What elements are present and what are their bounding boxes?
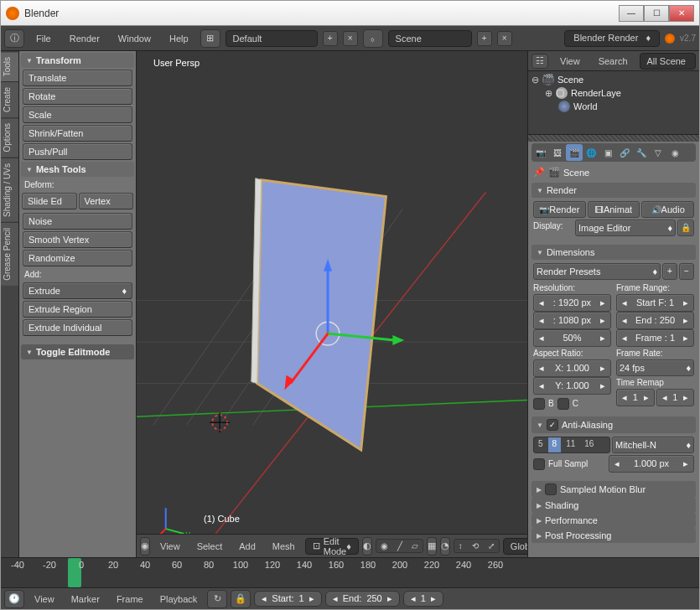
current-frame-spinner[interactable]: ◂1▸ xyxy=(403,591,443,607)
translate-button[interactable]: Translate xyxy=(23,70,132,86)
operator-panel-header[interactable]: Toggle Editmode xyxy=(21,344,134,359)
pin-icon[interactable]: 📌 xyxy=(533,167,545,178)
cube-face[interactable] xyxy=(257,180,386,450)
frame-step-field[interactable]: ◂Frame : 1▸ xyxy=(616,329,694,347)
crop-checkbox[interactable] xyxy=(557,398,569,410)
aspect-x-field[interactable]: ◂X: 1.000▸ xyxy=(533,359,611,377)
shading-panel-header[interactable]: Shading xyxy=(531,498,696,513)
end-frame-field[interactable]: ◂End : 250▸ xyxy=(616,312,694,329)
randomize-button[interactable]: Randomize xyxy=(23,250,132,266)
rail-tab-create[interactable]: Create xyxy=(1,81,18,117)
mesh-menu[interactable]: Mesh xyxy=(266,538,302,555)
rail-tab-shading-uvs[interactable]: Shading / UVs xyxy=(1,158,18,222)
outliner-filter-dropdown[interactable]: All Scene xyxy=(640,53,696,70)
orientation-dropdown[interactable]: Global xyxy=(503,538,527,555)
outliner-editor-type-icon[interactable]: ☷ xyxy=(531,54,548,69)
ptab-render-icon[interactable]: 📷 xyxy=(532,144,549,161)
limit-visible-icon[interactable]: ▦ xyxy=(427,537,437,556)
manipulator-toggles[interactable]: ↕⟲⤢ xyxy=(454,539,500,553)
outliner-item-world[interactable]: World xyxy=(531,100,696,113)
timeline-marker-menu[interactable]: Marker xyxy=(65,591,106,607)
rail-tab-tools[interactable]: Tools xyxy=(1,51,18,81)
extrude-region-button[interactable]: Extrude Region xyxy=(23,301,132,318)
remove-scene-button[interactable]: × xyxy=(497,31,512,46)
outliner-item-scene[interactable]: ⊖🎬Scene xyxy=(531,73,696,86)
slide-edge-button[interactable]: Slide Ed xyxy=(22,193,77,209)
render-anim-button[interactable]: 🎞Animat xyxy=(588,201,640,218)
aa-enable-checkbox[interactable]: ✓ xyxy=(547,419,558,431)
aspect-y-field[interactable]: ◂Y: 1.000▸ xyxy=(533,377,611,395)
aa-filter-dropdown[interactable]: Mitchell-N♦ xyxy=(612,437,694,453)
shading-mode-icon[interactable]: ◐ xyxy=(362,537,372,556)
aa-16-button[interactable]: 16 xyxy=(580,437,598,452)
timeline-editor-type-icon[interactable]: 🕐 xyxy=(4,590,24,608)
transform-panel-header[interactable]: Transform xyxy=(21,53,134,68)
end-frame-spinner[interactable]: ◂End:250▸ xyxy=(325,591,400,607)
display-dropdown[interactable]: Image Editor♦ xyxy=(575,220,676,236)
resolution-y-field[interactable]: ◂: 1080 px▸ xyxy=(533,312,611,329)
view-menu[interactable]: View xyxy=(153,538,187,555)
start-frame-field[interactable]: ◂Start F: 1▸ xyxy=(616,294,694,312)
window-menu[interactable]: Window xyxy=(111,30,158,47)
add-scene-button[interactable]: + xyxy=(477,31,492,46)
smooth-vertex-button[interactable]: Smooth Vertex xyxy=(23,231,132,248)
aa-8-button[interactable]: 8 xyxy=(548,437,562,452)
file-menu[interactable]: File xyxy=(29,30,58,47)
add-menu[interactable]: Add xyxy=(232,538,262,555)
noise-button[interactable]: Noise xyxy=(23,213,132,230)
dimensions-panel-header[interactable]: Dimensions xyxy=(531,245,696,260)
slide-vertex-button[interactable]: Vertex xyxy=(79,193,134,209)
render-panel-header[interactable]: Render xyxy=(531,183,696,198)
remove-layout-button[interactable]: × xyxy=(343,31,358,46)
timeline-frame-menu[interactable]: Frame xyxy=(110,591,150,607)
outliner-search-menu[interactable]: Search xyxy=(592,53,635,70)
fps-dropdown[interactable]: 24 fps♦ xyxy=(616,359,694,376)
ptab-modifiers-icon[interactable]: 🔧 xyxy=(633,144,650,161)
remap-new-field[interactable]: ◂1▸ xyxy=(656,389,695,406)
3d-viewport[interactable]: y User Persp (1) Cube ◉ View Select Add … xyxy=(137,51,527,557)
aa-5-button[interactable]: 5 xyxy=(534,437,547,452)
timeline-sync-icon[interactable]: ↻ xyxy=(207,590,227,608)
help-menu[interactable]: Help xyxy=(163,30,195,47)
smb-checkbox[interactable] xyxy=(545,483,557,495)
ptab-renderlayers-icon[interactable]: 🖼 xyxy=(549,144,566,161)
select-menu[interactable]: Select xyxy=(190,538,230,555)
minimize-button[interactable]: — xyxy=(619,5,644,22)
proportional-edit-icon[interactable]: ◔ xyxy=(440,537,450,556)
ptab-constraints-icon[interactable]: 🔗 xyxy=(616,144,633,161)
resolution-pct-field[interactable]: ◂50%▸ xyxy=(533,329,611,347)
display-lock-icon[interactable]: 🔒 xyxy=(677,220,694,236)
extrude-individual-button[interactable]: Extrude Individual xyxy=(23,319,132,336)
timeline-view-menu[interactable]: View xyxy=(28,591,61,607)
remap-old-field[interactable]: ◂1▸ xyxy=(616,389,655,406)
mesh-tools-panel-header[interactable]: Mesh Tools xyxy=(21,162,134,177)
rail-tab-options[interactable]: Options xyxy=(1,117,18,157)
ptab-material-icon[interactable]: ◉ xyxy=(666,144,683,161)
render-button[interactable]: 📷Render xyxy=(533,201,586,218)
ptab-object-icon[interactable]: ▣ xyxy=(599,144,616,161)
extrude-button[interactable]: Extrude♦ xyxy=(23,282,132,299)
editor-type-icon[interactable]: ⓘ xyxy=(4,29,24,48)
ptab-data-icon[interactable]: ▽ xyxy=(650,144,666,161)
render-menu[interactable]: Render xyxy=(63,30,106,47)
full-sample-checkbox[interactable] xyxy=(533,458,545,470)
performance-panel-header[interactable]: Performance xyxy=(531,513,696,528)
render-audio-button[interactable]: 🔊Audio xyxy=(641,201,694,218)
ptab-world-icon[interactable]: 🌐 xyxy=(583,144,599,161)
border-checkbox[interactable] xyxy=(533,398,545,410)
push-pull-button[interactable]: Push/Pull xyxy=(23,143,132,160)
ptab-scene-icon[interactable]: 🎬 xyxy=(566,144,583,161)
scene-browse-icon[interactable]: ⬨ xyxy=(363,29,383,48)
rail-tab-grease-pencil[interactable]: Grease Pencil xyxy=(1,222,18,286)
start-frame-spinner[interactable]: ◂Start:1▸ xyxy=(254,591,321,607)
add-layout-button[interactable]: + xyxy=(323,31,338,46)
post-processing-panel-header[interactable]: Post Processing xyxy=(531,528,696,543)
render-presets-dropdown[interactable]: Render Presets♦ xyxy=(533,263,661,280)
mode-dropdown[interactable]: ⊡ Edit Mode ♦ xyxy=(305,538,359,555)
preset-remove-button[interactable]: − xyxy=(679,263,694,280)
preset-add-button[interactable]: + xyxy=(662,263,677,280)
resolution-x-field[interactable]: ◂: 1920 px▸ xyxy=(533,294,611,312)
close-button[interactable]: ✕ xyxy=(669,5,694,22)
area-splitter[interactable] xyxy=(528,135,699,142)
aa-11-button[interactable]: 11 xyxy=(562,437,579,452)
